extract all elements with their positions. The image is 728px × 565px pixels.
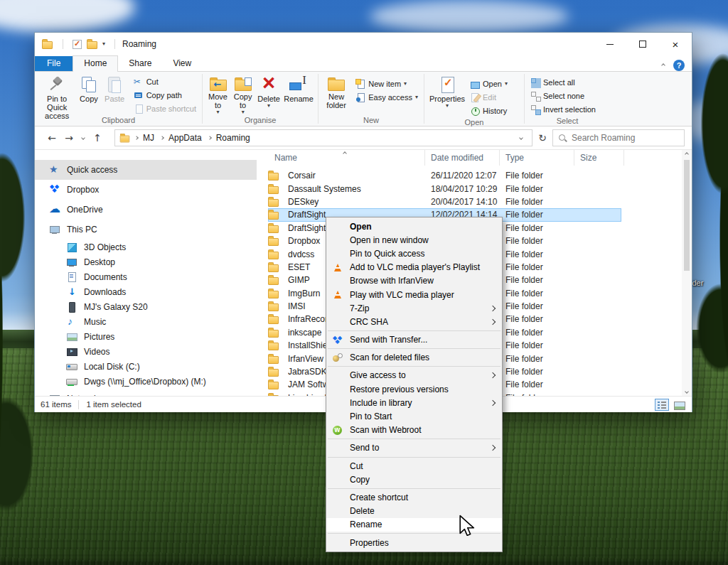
new-item-button[interactable]: New item ▾ — [353, 77, 421, 90]
context-menu-item[interactable]: Scan with Webroot — [326, 424, 502, 437]
scroll-down-icon[interactable] — [685, 389, 689, 394]
context-menu-item[interactable]: Scan for deleted files — [326, 351, 502, 365]
context-menu-item[interactable]: Copy — [326, 473, 502, 486]
minimize-button[interactable] — [594, 33, 626, 55]
paste-button[interactable]: Paste — [102, 74, 128, 115]
address-dropdown-chevron-icon[interactable] — [515, 136, 528, 139]
sidebar-item[interactable]: This PC — [35, 220, 257, 240]
sidebar-item[interactable]: MJ's Galaxy S20 — [35, 299, 257, 314]
context-menu-item[interactable]: Add to VLC media player's Playlist — [326, 261, 502, 274]
sidebar-item[interactable]: Dwgs (\\mj_Office\Dropbox) (M:) — [35, 374, 257, 389]
copy-to-button[interactable]: Copy to ▾ — [230, 74, 255, 115]
file-type: File folder — [505, 354, 621, 364]
breadcrumb-item[interactable]: Roaming — [203, 133, 252, 143]
copy-path-button[interactable]: Copy path — [131, 88, 199, 102]
context-menu-item[interactable]: Pin to Start — [326, 409, 502, 423]
status-separator — [78, 400, 79, 409]
sidebar-item[interactable]: Downloads — [35, 284, 257, 299]
file-row[interactable]: DESkey 20/04/2017 14:10 File folder — [268, 195, 621, 208]
sidebar-item[interactable]: Quick access — [35, 160, 257, 180]
column-header-date-modified[interactable]: Date modified — [425, 150, 500, 166]
tab-share[interactable]: Share — [118, 56, 162, 71]
cut-button[interactable]: Cut — [131, 75, 199, 88]
column-header-name[interactable]: Name — [257, 150, 425, 166]
context-menu-item[interactable]: Play with VLC media player — [326, 288, 502, 301]
sidebar-item[interactable]: Network — [35, 389, 257, 396]
sidebar-item[interactable]: Documents — [35, 269, 257, 284]
column-header-type[interactable]: Type — [500, 150, 574, 166]
easy-access-button[interactable]: Easy access ▾ — [353, 90, 421, 104]
context-menu-item[interactable]: Send with Transfer... — [326, 333, 502, 347]
move-to-button[interactable]: Move to ▾ — [205, 74, 230, 115]
paste-shortcut-button[interactable]: Paste shortcut — [131, 102, 199, 115]
file-type: File folder — [505, 197, 621, 207]
tab-home[interactable]: Home — [73, 55, 118, 72]
sidebar-item[interactable]: OneDrive — [35, 200, 257, 220]
copy-button[interactable]: Copy — [76, 74, 101, 115]
delete-button[interactable]: Delete ▾ — [255, 74, 282, 115]
column-header-size[interactable]: Size — [574, 150, 624, 166]
rename-button[interactable]: Rename — [282, 74, 315, 115]
scrollbar-thumb[interactable] — [684, 160, 690, 271]
back-button[interactable]: ← — [43, 132, 60, 144]
context-menu-item[interactable]: Give access to — [326, 369, 502, 382]
context-menu-item[interactable]: Pin to Quick access — [326, 247, 502, 260]
recent-locations-chevron-icon[interactable] — [77, 136, 89, 139]
sidebar-item[interactable]: Pictures — [35, 329, 257, 344]
sidebar-item[interactable]: Local Disk (C:) — [35, 359, 257, 374]
file-row[interactable]: Dassault Systemes 18/04/2017 10:29 File … — [268, 182, 621, 195]
context-menu-item[interactable]: Open — [326, 220, 502, 233]
address-box[interactable]: MJ AppData Roaming — [114, 129, 532, 146]
context-menu-item[interactable]: Restore previous versions — [326, 382, 502, 396]
properties-icon — [438, 75, 456, 94]
tab-file[interactable]: File — [35, 56, 73, 71]
search-input[interactable] — [572, 133, 679, 143]
new-folder-button[interactable]: New folder — [321, 74, 351, 115]
properties-button[interactable]: Properties ▾ — [427, 74, 467, 115]
invert-selection-button[interactable]: Invert selection — [528, 102, 599, 116]
new-folder-qat-icon[interactable] — [87, 41, 97, 49]
breadcrumb-item[interactable]: MJ — [130, 133, 156, 143]
sidebar-item[interactable]: Music — [35, 314, 257, 329]
submenu-chevron-icon — [490, 400, 496, 406]
customize-qat-chevron-icon[interactable]: ▾ — [102, 41, 105, 47]
forward-button[interactable]: → — [60, 132, 77, 144]
select-all-button[interactable]: Select all — [528, 75, 599, 89]
select-none-button[interactable]: Select none — [528, 89, 599, 102]
context-menu-item[interactable]: 7-Zip — [326, 301, 502, 315]
sidebar-item[interactable]: 3D Objects — [35, 240, 257, 254]
edit-button[interactable]: Edit — [467, 90, 510, 104]
tab-view[interactable]: View — [162, 56, 202, 71]
context-menu-item[interactable]: Send to — [326, 441, 502, 455]
scroll-up-icon[interactable] — [685, 152, 689, 156]
maximize-button[interactable] — [626, 33, 659, 55]
sidebar-item[interactable]: Desktop — [35, 254, 257, 269]
context-menu-item[interactable]: Open in new window — [326, 233, 502, 247]
collapse-ribbon-icon[interactable] — [661, 63, 665, 68]
help-icon[interactable]: ? — [673, 60, 685, 71]
mouse-cursor — [459, 515, 478, 536]
group-label-open: Open — [424, 117, 524, 127]
ribbon-tabs: File Home Share View ? — [35, 55, 692, 71]
properties-qat-icon[interactable] — [73, 40, 82, 49]
context-menu-item[interactable]: Create shortcut — [326, 490, 502, 504]
refresh-icon[interactable]: ↻ — [532, 132, 552, 144]
context-menu-item[interactable]: CRC SHA — [326, 315, 502, 328]
details-view-button[interactable] — [655, 399, 669, 411]
large-icons-view-button[interactable] — [672, 399, 686, 411]
up-button[interactable]: ↑ — [89, 132, 106, 144]
pin-to-quick-access-button[interactable]: Pin to Quick access — [38, 74, 76, 115]
context-menu-item[interactable]: Browse with IrfanView — [326, 274, 502, 288]
context-menu-item[interactable]: Include in library — [326, 396, 502, 409]
close-button[interactable]: × — [659, 33, 692, 55]
sidebar-item[interactable]: Dropbox — [35, 180, 257, 200]
sidebar-item[interactable]: Videos — [35, 344, 257, 359]
history-button[interactable]: History — [467, 104, 510, 117]
open-button[interactable]: Open ▾ — [467, 77, 510, 90]
file-row[interactable]: Corsair 26/11/2020 12:07 File folder — [268, 169, 621, 182]
filelist-scrollbar[interactable] — [682, 150, 692, 396]
context-menu-item[interactable]: Properties — [326, 536, 502, 549]
context-menu-item[interactable]: Cut — [326, 459, 502, 473]
breadcrumb-item[interactable]: AppData — [156, 133, 203, 143]
search-icon — [558, 134, 567, 143]
